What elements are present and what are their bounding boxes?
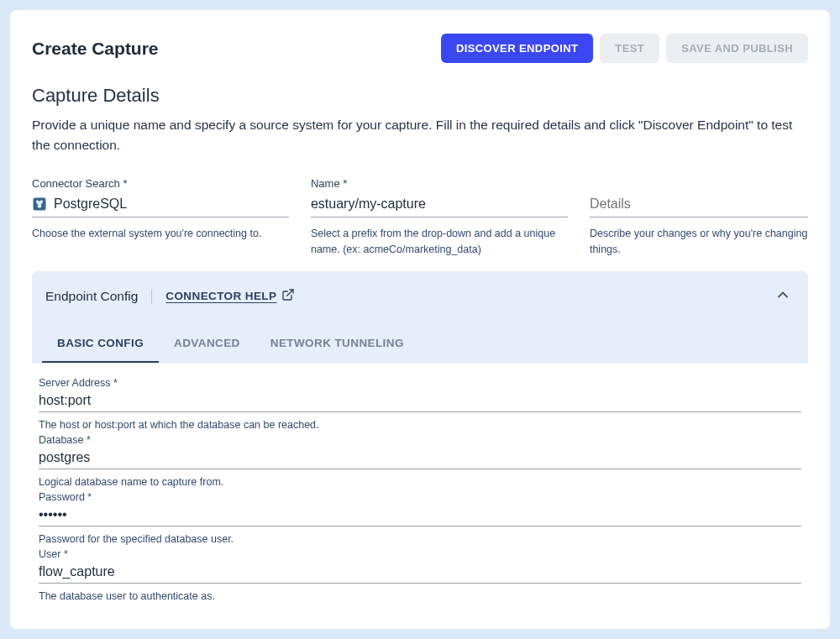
name-label: Name *	[311, 177, 568, 190]
tab-network-tunneling[interactable]: NETWORK TUNNELING	[255, 325, 419, 363]
details-input[interactable]	[590, 196, 808, 212]
create-capture-card: Create Capture DISCOVER ENDPOINT TEST SA…	[10, 10, 830, 629]
user-label: User *	[39, 548, 801, 560]
test-button[interactable]: TEST	[600, 34, 659, 63]
name-input[interactable]	[311, 196, 568, 212]
header-actions: DISCOVER ENDPOINT TEST SAVE AND PUBLISH	[441, 34, 808, 63]
connector-search-help: Choose the external system you're connec…	[32, 226, 289, 242]
tab-basic-config[interactable]: BASIC CONFIG	[42, 325, 159, 363]
config-tabs: BASIC CONFIG ADVANCED NETWORK TUNNELING	[42, 322, 798, 364]
server-address-label: Server Address *	[39, 377, 801, 389]
endpoint-config-title: Endpoint Config	[45, 289, 152, 304]
top-fields-row: Connector Search * Choose the external s…	[32, 177, 808, 258]
header-row: Create Capture DISCOVER ENDPOINT TEST SA…	[32, 34, 808, 63]
capture-details-title: Capture Details	[32, 85, 808, 107]
database-input[interactable]	[39, 446, 801, 469]
server-address-field: Server Address * The host or host:port a…	[39, 377, 801, 431]
postgresql-icon	[32, 196, 47, 212]
user-field: User * The database user to authenticate…	[39, 548, 801, 602]
discover-endpoint-button[interactable]: DISCOVER ENDPOINT	[441, 34, 593, 63]
name-column: Name * Select a prefix from the drop-dow…	[311, 177, 568, 258]
tab-advanced[interactable]: ADVANCED	[159, 325, 255, 363]
connector-search-input-wrap[interactable]	[32, 190, 289, 217]
details-input-wrap[interactable]	[590, 190, 808, 217]
user-help: The database user to authenticate as.	[39, 590, 801, 602]
database-help: Logical database name to capture from.	[39, 476, 801, 488]
page-title: Create Capture	[32, 39, 159, 59]
database-field: Database * Logical database name to capt…	[39, 434, 801, 488]
name-input-wrap[interactable]	[311, 190, 568, 217]
connector-search-column: Connector Search * Choose the external s…	[32, 177, 289, 258]
svg-line-1	[287, 290, 293, 296]
external-link-icon	[281, 288, 295, 304]
endpoint-config-header: Endpoint Config CONNECTOR HELP	[32, 271, 808, 322]
connector-search-input[interactable]	[54, 196, 289, 212]
connector-search-label: Connector Search *	[32, 177, 289, 190]
name-help: Select a prefix from the drop-down and a…	[311, 226, 568, 258]
password-field: Password * Password for the specified da…	[39, 491, 801, 545]
endpoint-form-body: Server Address * The host or host:port a…	[32, 364, 808, 609]
collapse-toggle[interactable]	[771, 283, 795, 310]
server-address-input[interactable]	[39, 389, 801, 412]
save-and-publish-button[interactable]: SAVE AND PUBLISH	[666, 34, 808, 63]
password-input[interactable]	[39, 503, 801, 526]
server-address-help: The host or host:port at which the datab…	[39, 419, 801, 431]
database-label: Database *	[39, 434, 801, 446]
connector-help-label: CONNECTOR HELP	[165, 290, 276, 302]
details-column: x Describe your changes or why you're ch…	[590, 177, 808, 258]
password-help: Password for the specified database user…	[39, 533, 801, 545]
password-label: Password *	[39, 491, 801, 503]
endpoint-config-panel: Endpoint Config CONNECTOR HELP B	[32, 271, 808, 609]
user-input[interactable]	[39, 560, 801, 584]
connector-help-link[interactable]: CONNECTOR HELP	[165, 288, 295, 304]
capture-details-desc: Provide a unique name and specify a sour…	[32, 115, 805, 155]
details-help: Describe your changes or why you're chan…	[590, 226, 808, 258]
